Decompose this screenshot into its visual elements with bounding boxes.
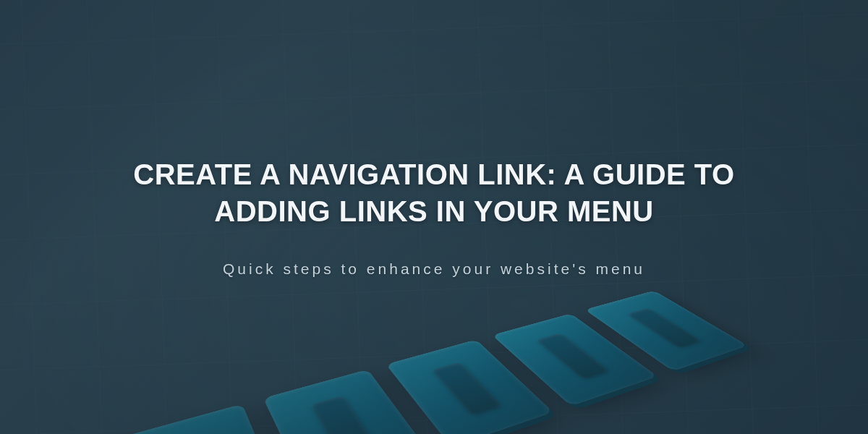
page-title: CREATE A NAVIGATION LINK: A GUIDE TO ADD…	[116, 156, 752, 230]
hero-content: CREATE A NAVIGATION LINK: A GUIDE TO ADD…	[0, 0, 868, 434]
page-subtitle: Quick steps to enhance your website's me…	[223, 260, 645, 278]
